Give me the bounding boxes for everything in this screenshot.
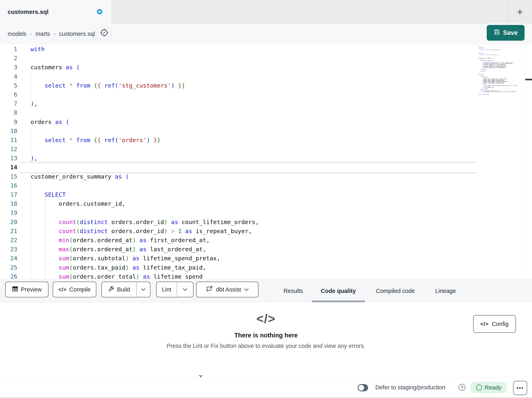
- chevron-right-icon: ›: [30, 31, 32, 37]
- line-number: 3: [0, 63, 17, 72]
- line-number: 4: [0, 72, 17, 81]
- table-icon: [12, 286, 18, 293]
- line-number: 15: [0, 172, 17, 181]
- code-line[interactable]: 9orders as (: [0, 117, 532, 127]
- dbt-assist-button[interactable]: dbt Assist: [196, 282, 259, 297]
- window-bottom-edge: [0, 397, 532, 398]
- line-text: ),: [17, 99, 38, 108]
- dbt-assist-label: dbt Assist: [216, 286, 241, 293]
- code-line[interactable]: 12: [0, 145, 532, 154]
- code-line[interactable]: 10: [0, 127, 532, 136]
- lint-button[interactable]: Lint: [157, 282, 177, 297]
- ready-status-badge[interactable]: Ready: [470, 382, 507, 393]
- line-number: 7: [0, 99, 17, 108]
- code-line[interactable]: 16: [0, 181, 532, 190]
- preview-button[interactable]: Preview: [5, 282, 49, 297]
- line-text: [17, 208, 31, 217]
- code-line[interactable]: 22 min(orders.ordered_at) as first_order…: [0, 236, 532, 245]
- code-line[interactable]: 7),: [0, 99, 532, 108]
- config-button[interactable]: </> Config: [473, 315, 516, 333]
- tab-lineage[interactable]: Lineage: [435, 280, 456, 302]
- ellipsis-icon: •••: [517, 385, 524, 391]
- line-text: ),: [17, 154, 38, 163]
- lint-button-label: Lint: [162, 286, 171, 293]
- line-text: sum(orders.order_total) as lifetime_spen…: [17, 272, 203, 280]
- line-number: 22: [0, 236, 17, 245]
- editor-tab-bar: customers.sql +: [0, 0, 532, 24]
- help-icon[interactable]: ?: [459, 384, 465, 391]
- save-button[interactable]: Save: [487, 25, 525, 41]
- line-number: 5: [0, 81, 17, 90]
- breadcrumb: models › marts › customers.sql: [8, 24, 95, 44]
- code-line[interactable]: 17 SELECT: [0, 190, 532, 199]
- line-text: select * from {{ ref('stg_customers') }}: [17, 81, 185, 90]
- defer-label: Defer to staging/production: [375, 378, 445, 397]
- line-text: [17, 127, 31, 136]
- config-button-label: Config: [492, 321, 509, 327]
- code-line[interactable]: 19: [0, 208, 532, 217]
- defer-toggle[interactable]: [358, 384, 368, 391]
- code-lines[interactable]: 1with23customers as (45 select * from {{…: [0, 44, 532, 280]
- empty-state: </> There is nothing here Press the Lint…: [0, 311, 532, 349]
- code-line[interactable]: 21 count(distinct orders.order_id) > 1 a…: [0, 227, 532, 236]
- toggle-knob: [358, 385, 364, 391]
- navigate-button[interactable]: [96, 26, 112, 40]
- compile-button[interactable]: </> Compile: [53, 282, 96, 297]
- line-number: 17: [0, 190, 17, 199]
- scrollbar-thumb[interactable]: [525, 79, 532, 80]
- code-line[interactable]: 25 sum(orders.tax_paid) as lifetime_tax_…: [0, 263, 532, 272]
- lint-dropdown-button[interactable]: [177, 282, 193, 297]
- line-number: 1: [0, 45, 17, 54]
- minimap[interactable]: with customers as ( select * from {{ ref…: [478, 46, 524, 96]
- code-line[interactable]: 24 sum(orders.subtotal) as lifetime_spen…: [0, 254, 532, 263]
- line-number: 10: [0, 127, 17, 136]
- action-toolbar: Preview </> Compile Build: [0, 280, 532, 303]
- code-line[interactable]: 2: [0, 54, 532, 63]
- line-number: 23: [0, 245, 17, 254]
- line-text: [17, 90, 31, 99]
- toolbar-divider: [266, 280, 266, 302]
- code-icon: </>: [480, 321, 488, 327]
- tab-compiled-code[interactable]: Compiled code: [376, 280, 415, 302]
- breadcrumb-marts[interactable]: marts: [35, 31, 50, 37]
- code-line[interactable]: 20 count(distinct orders.order_id) as co…: [0, 218, 532, 227]
- overflow-menu-button[interactable]: •••: [513, 381, 527, 395]
- floppy-disk-icon: [494, 29, 500, 37]
- code-line[interactable]: 1with: [0, 45, 532, 54]
- wrench-icon: [108, 286, 114, 293]
- build-button[interactable]: Build: [102, 282, 137, 297]
- status-circle-icon: [476, 385, 482, 391]
- code-line[interactable]: 23 max(orders.ordered_at) as last_ordere…: [0, 245, 532, 254]
- code-line[interactable]: 5 select * from {{ ref('stg_customers') …: [0, 81, 532, 90]
- ide-window: customers.sql + models › marts › custome…: [0, 0, 532, 398]
- code-line[interactable]: 4: [0, 72, 532, 81]
- new-tab-button[interactable]: +: [514, 0, 526, 24]
- compile-button-label: Compile: [70, 286, 91, 293]
- code-editor[interactable]: 1with23customers as (45 select * from {{…: [0, 44, 532, 280]
- code-line[interactable]: 15customer_orders_summary as (: [0, 172, 532, 181]
- breadcrumb-models[interactable]: models: [8, 31, 26, 37]
- line-number: 8: [0, 108, 17, 117]
- tab-code-quality[interactable]: Code quality: [321, 280, 356, 302]
- line-number: 21: [0, 227, 17, 236]
- line-text: count(distinct orders.order_id) > 1 as i…: [17, 227, 252, 236]
- code-line[interactable]: 13),: [0, 154, 532, 163]
- code-line[interactable]: 8: [0, 108, 532, 117]
- tab-customers-sql[interactable]: customers.sql: [0, 0, 111, 24]
- code-icon: </>: [58, 287, 67, 293]
- line-text: [17, 108, 31, 117]
- code-line[interactable]: 26 sum(orders.order_total) as lifetime_s…: [0, 272, 532, 280]
- plus-icon: +: [517, 6, 523, 18]
- build-dropdown-button[interactable]: [137, 282, 150, 297]
- code-line[interactable]: 3customers as (: [0, 63, 532, 72]
- code-line[interactable]: 11 select * from {{ ref('orders') }}: [0, 136, 532, 145]
- tab-results[interactable]: Results: [284, 280, 303, 302]
- code-line[interactable]: 14: [0, 163, 532, 172]
- line-number: 24: [0, 254, 17, 263]
- code-line[interactable]: 6: [0, 90, 532, 99]
- line-number: 9: [0, 117, 17, 127]
- code-line[interactable]: 18 orders.customer_id,: [0, 199, 532, 208]
- build-split-button: Build: [101, 282, 151, 297]
- assist-sparkle-chat-icon: [206, 286, 213, 294]
- empty-state-title: There is nothing here: [0, 332, 532, 339]
